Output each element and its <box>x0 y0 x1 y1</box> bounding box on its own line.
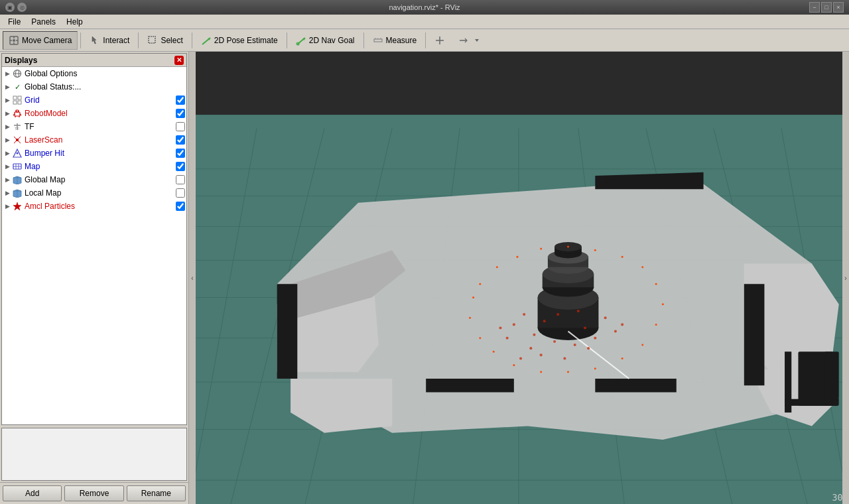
label-tf: TF <box>25 122 174 131</box>
menu-file[interactable]: File <box>3 16 26 28</box>
svg-point-97 <box>543 320 546 322</box>
tree-item-tf[interactable]: ▶ TF TF <box>2 120 186 133</box>
measure-button[interactable]: Measure <box>367 31 423 50</box>
2d-pose-button[interactable]: 2D Pose Estimate <box>195 31 284 50</box>
2d-nav-icon <box>296 35 306 46</box>
svg-point-44 <box>17 153 19 155</box>
select-label: Select <box>161 36 182 45</box>
checkbox-tf[interactable] <box>176 122 185 131</box>
tree-item-global-map[interactable]: ▶ Global Map <box>2 173 186 186</box>
titlebar: ▣ ◎ navigation.rviz* - RViz − □ × <box>0 0 849 15</box>
label-bumper-hit: Bumper Hit <box>25 149 174 158</box>
svg-point-129 <box>621 256 623 258</box>
properties-panel <box>1 428 187 481</box>
arrow-global-options: ▶ <box>3 70 11 78</box>
collapse-right-arrow[interactable]: › <box>842 52 849 504</box>
checkbox-global-map[interactable] <box>176 175 185 184</box>
icon-grid <box>11 94 23 106</box>
checkbox-grid[interactable] <box>176 95 185 105</box>
icon-map <box>11 160 23 172</box>
displays-tree[interactable]: ▶ Global Options ▶ ✓ <box>2 67 186 424</box>
bottom-buttons: Add Remove Rename <box>0 482 188 504</box>
svg-point-102 <box>594 337 596 340</box>
label-local-map: Local Map <box>25 188 174 198</box>
svg-rect-27 <box>15 112 20 116</box>
svg-point-98 <box>553 340 556 343</box>
arrow-local-map: ▶ <box>3 189 11 197</box>
svg-point-100 <box>574 344 576 346</box>
svg-point-124 <box>641 344 643 346</box>
add-button[interactable]: Add <box>3 485 62 501</box>
displays-panel-close[interactable]: ✕ <box>174 56 184 65</box>
maximize-button[interactable]: □ <box>821 2 832 13</box>
tree-item-global-options[interactable]: ▶ Global Options <box>2 67 186 80</box>
2d-nav-label: 2D Nav Goal <box>309 36 355 45</box>
checkbox-laser-scan[interactable] <box>176 135 185 145</box>
tree-item-map[interactable]: ▶ Map <box>2 160 186 173</box>
move-camera-icon <box>9 35 19 46</box>
svg-point-112 <box>577 310 580 312</box>
interact-label: Interact <box>103 36 129 45</box>
label-global-status: Global Status:... <box>25 82 185 92</box>
tree-item-global-status[interactable]: ▶ ✓ Global Status:... <box>2 80 186 94</box>
menu-help[interactable]: Help <box>61 16 88 28</box>
measure-icon <box>373 35 383 46</box>
move-camera-button[interactable]: Move Camera <box>3 31 78 50</box>
minimize-button[interactable]: − <box>809 2 820 13</box>
checkbox-bumper-hit[interactable] <box>176 149 185 158</box>
tree-item-amcl-particles[interactable]: ▶ Amcl Particles <box>2 200 186 213</box>
interact-button[interactable]: Interact <box>84 31 135 50</box>
tree-item-local-map[interactable]: ▶ Local Map <box>2 186 186 200</box>
rename-button[interactable]: Rename <box>127 485 186 501</box>
checkbox-amcl-particles[interactable] <box>176 202 185 211</box>
svg-point-127 <box>655 283 657 285</box>
interact-icon <box>90 35 100 46</box>
label-grid: Grid <box>25 95 174 105</box>
svg-point-126 <box>662 303 664 305</box>
select-button[interactable]: Select <box>141 31 188 50</box>
tree-item-bumper-hit[interactable]: ▶ Bumper Hit <box>2 147 186 160</box>
close-button[interactable]: × <box>833 2 844 13</box>
select-icon <box>147 35 158 46</box>
toolbar-sep-1 <box>80 32 81 48</box>
svg-rect-26 <box>18 101 21 104</box>
svg-marker-19 <box>475 39 479 42</box>
menubar: File Panels Help <box>0 15 849 29</box>
toolbar: Move Camera Interact Select 2D Pose Es <box>0 29 849 52</box>
label-robot-model: RobotModel <box>25 109 174 118</box>
svg-line-41 <box>14 140 17 143</box>
svg-point-96 <box>533 334 535 336</box>
svg-line-42 <box>17 140 21 143</box>
crosshair-icon <box>434 35 445 46</box>
arrow-bumper-hit: ▶ <box>3 149 11 157</box>
menu-panels[interactable]: Panels <box>26 16 61 28</box>
svg-point-30 <box>18 111 19 112</box>
arrow-tf: ▶ <box>3 123 11 131</box>
svg-point-95 <box>523 313 525 316</box>
tree-item-robot-model[interactable]: ▶ RobotModel <box>2 107 186 120</box>
3d-scene: 30 fps <box>189 52 849 504</box>
label-map: Map <box>25 162 174 171</box>
2d-pose-icon <box>201 35 212 46</box>
checkbox-robot-model[interactable] <box>176 109 185 118</box>
toolbar-sep-3 <box>192 32 192 48</box>
svg-rect-6 <box>149 36 155 43</box>
tree-item-laser-scan[interactable]: ▶ LaserScan <box>2 133 186 147</box>
svg-point-1 <box>13 39 15 42</box>
svg-point-109 <box>587 347 590 349</box>
crosshair-button[interactable] <box>428 31 451 50</box>
titlebar-controls[interactable]: − □ × <box>809 2 844 13</box>
svg-point-118 <box>493 351 495 353</box>
toolbar-sep-4 <box>287 32 287 48</box>
svg-point-133 <box>516 256 518 258</box>
tree-item-grid[interactable]: ▶ Grid <box>2 94 186 107</box>
svg-point-101 <box>584 326 586 329</box>
zoom-button[interactable] <box>452 31 488 50</box>
remove-button[interactable]: Remove <box>64 485 123 501</box>
checkbox-local-map[interactable] <box>176 188 185 198</box>
2d-nav-button[interactable]: 2D Nav Goal <box>290 31 361 50</box>
label-amcl-particles: Amcl Particles <box>25 202 174 211</box>
collapse-left-arrow[interactable]: ‹ <box>189 52 196 504</box>
checkbox-map[interactable] <box>176 162 185 171</box>
viewport[interactable]: ‹ › <box>189 52 849 504</box>
